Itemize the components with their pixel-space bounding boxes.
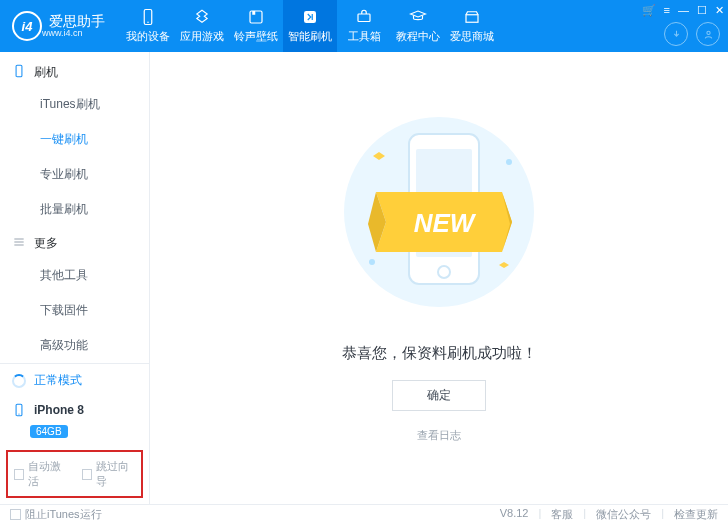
group-label: 刷机 [34,64,58,81]
user-button[interactable] [696,22,720,46]
checkbox-skip-guide[interactable]: 跳过向导 [82,459,136,489]
svg-rect-8 [16,65,22,77]
maximize-icon[interactable]: ☐ [697,4,707,17]
svg-rect-5 [358,14,370,22]
menu-icon[interactable]: ≡ [664,4,670,17]
group-label: 更多 [34,235,58,252]
sidebar-group-flash: 刷机 [0,56,149,87]
success-message: 恭喜您，保资料刷机成功啦！ [342,344,537,363]
sidebar-item-othertools[interactable]: 其他工具 [0,258,149,293]
nav-tools[interactable]: 工具箱 [337,0,391,52]
store-icon [463,8,481,26]
device-status[interactable]: 正常模式 [0,364,149,397]
sidebar: 刷机 iTunes刷机 一键刷机 专业刷机 批量刷机 更多 其他工具 下载固件 … [0,52,150,504]
nav-label: 应用游戏 [180,29,224,44]
spinner-icon [12,374,26,388]
sidebar-item-pro[interactable]: 专业刷机 [0,157,149,192]
nav-label: 铃声壁纸 [234,29,278,44]
window-controls: 🛒 ≡ — ☐ ✕ [642,4,724,17]
cb-label: 自动激活 [28,459,67,489]
svg-point-7 [706,31,709,34]
logo-icon: i4 [12,11,42,41]
flash-icon [301,8,319,26]
wallpaper-icon [247,8,265,26]
footer-wechat[interactable]: 微信公众号 [596,507,651,522]
nav-apps[interactable]: 应用游戏 [175,0,229,52]
nav-label: 我的设备 [126,29,170,44]
version-text: V8.12 [500,507,529,522]
sidebar-item-itunes[interactable]: iTunes刷机 [0,87,149,122]
capacity-badge: 64GB [30,425,68,438]
footer-bar: 阻止iTunes运行 V8.12 | 客服 | 微信公众号 | 检查更新 [0,504,728,524]
view-log-link[interactable]: 查看日志 [417,428,461,443]
app-name: 爱思助手 [49,14,105,28]
svg-point-13 [506,159,512,165]
nav-my-device[interactable]: 我的设备 [121,0,175,52]
sidebar-item-batch[interactable]: 批量刷机 [0,192,149,227]
sidebar-item-firmware[interactable]: 下载固件 [0,293,149,328]
svg-point-12 [369,259,375,265]
app-header: i4 爱思助手 www.i4.cn 我的设备 应用游戏 铃声壁纸 智能刷机 工具… [0,0,728,52]
nav-tutorials[interactable]: 教程中心 [391,0,445,52]
phone-icon [12,64,26,81]
minimize-icon[interactable]: — [678,4,689,17]
svg-rect-6 [466,15,478,23]
nav-flash[interactable]: 智能刷机 [283,0,337,52]
svg-point-1 [147,22,149,24]
cart-icon[interactable]: 🛒 [642,4,656,17]
top-nav: 我的设备 应用游戏 铃声壁纸 智能刷机 工具箱 教程中心 爱思商城 [121,0,499,52]
app-logo: i4 爱思助手 www.i4.cn [0,11,117,41]
checkbox-block-itunes[interactable]: 阻止iTunes运行 [10,507,102,522]
sidebar-group-more: 更多 [0,227,149,258]
close-icon[interactable]: ✕ [715,4,724,17]
sidebar-bottom: 正常模式 iPhone 8 64GB 自动激活 跳过向导 [0,363,149,504]
download-button[interactable] [664,22,688,46]
nav-label: 工具箱 [348,29,381,44]
device-row[interactable]: iPhone 8 [0,397,149,421]
nav-ringtone[interactable]: 铃声壁纸 [229,0,283,52]
phone-icon [139,8,157,26]
ok-button[interactable]: 确定 [392,380,486,411]
success-illustration: NEW [324,112,554,312]
device-name: iPhone 8 [34,403,84,417]
nav-label: 智能刷机 [288,29,332,44]
toolbox-icon [355,8,373,26]
cb-label: 跳过向导 [96,459,135,489]
svg-rect-2 [250,11,262,23]
footer-support[interactable]: 客服 [551,507,573,522]
app-url: www.i4.cn [42,28,105,38]
hamburger-icon [12,235,26,252]
sidebar-item-advanced[interactable]: 高级功能 [0,328,149,363]
phone-icon [12,401,26,419]
main-content: NEW 恭喜您，保资料刷机成功啦！ 确定 查看日志 [150,52,728,504]
nav-label: 教程中心 [396,29,440,44]
tutorial-icon [409,8,427,26]
nav-store[interactable]: 爱思商城 [445,0,499,52]
footer-update[interactable]: 检查更新 [674,507,718,522]
svg-text:NEW: NEW [414,208,477,238]
svg-rect-3 [252,11,255,15]
checkbox-group-highlight: 自动激活 跳过向导 [6,450,143,498]
apps-icon [193,8,211,26]
header-actions [664,22,720,46]
nav-label: 爱思商城 [450,29,494,44]
checkbox-auto-activate[interactable]: 自动激活 [14,459,68,489]
sidebar-item-oneclick[interactable]: 一键刷机 [0,122,149,157]
svg-point-10 [18,414,19,415]
status-text: 正常模式 [34,372,82,389]
cb-label: 阻止iTunes运行 [25,507,102,522]
